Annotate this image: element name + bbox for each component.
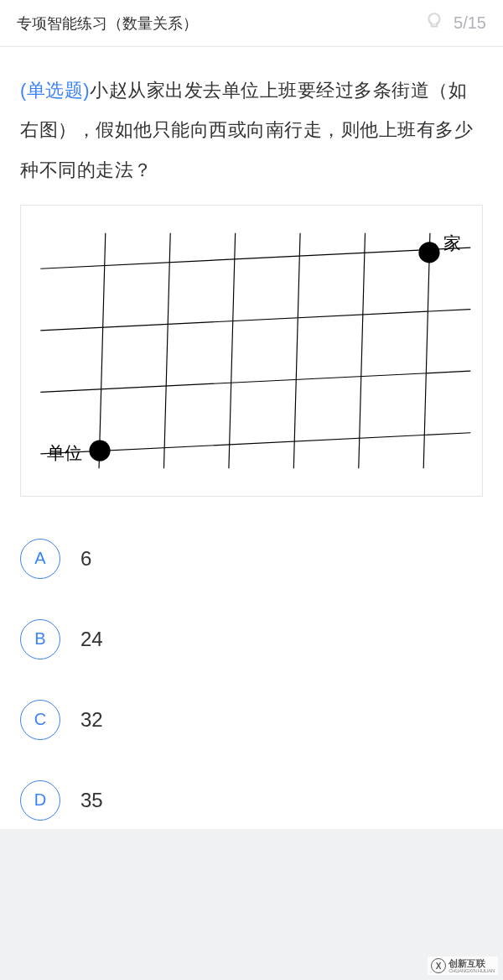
progress-counter: 5/15 (454, 13, 486, 33)
question-content: (单选题)小赵从家出发去单位上班要经过多条街道（如右图），假如他只能向西或向南行… (0, 47, 503, 513)
option-text: 24 (80, 628, 103, 651)
watermark-cn: 创新互联 (449, 959, 495, 968)
work-point (89, 440, 110, 461)
option-c[interactable]: C 32 (20, 700, 483, 740)
svg-line-5 (163, 233, 170, 469)
option-letter: C (20, 700, 60, 740)
option-letter: D (20, 780, 60, 821)
svg-line-9 (423, 233, 430, 469)
work-label: 单位 (47, 443, 82, 463)
svg-line-2 (40, 371, 470, 392)
options-list: A 6 B 24 C 32 D 35 (0, 513, 503, 829)
header-right-group: 5/15 (423, 11, 486, 36)
option-letter: A (20, 539, 60, 579)
hint-icon[interactable] (423, 11, 445, 36)
svg-line-7 (293, 233, 300, 469)
svg-line-4 (99, 233, 106, 469)
option-text: 35 (80, 789, 103, 812)
question-text: (单选题)小赵从家出发去单位上班要经过多条街道（如右图），假如他只能向西或向南行… (20, 70, 483, 190)
option-text: 6 (80, 547, 91, 571)
question-type-label: (单选题) (20, 80, 90, 101)
diagram-container: 家 单位 (20, 205, 483, 497)
option-a[interactable]: A 6 (20, 539, 483, 579)
street-grid-diagram: 家 单位 (24, 221, 479, 481)
watermark: X 创新互联 CHUANGXIN HULIAN (428, 957, 498, 975)
home-point (418, 242, 439, 263)
option-d[interactable]: D 35 (20, 780, 483, 821)
option-letter: B (20, 619, 60, 659)
svg-line-6 (229, 233, 236, 469)
watermark-text: 创新互联 CHUANGXIN HULIAN (449, 959, 495, 973)
svg-line-8 (359, 233, 366, 469)
option-text: 32 (80, 708, 103, 732)
watermark-en: CHUANGXIN HULIAN (449, 968, 495, 973)
page-title: 专项智能练习（数量关系） (17, 13, 198, 34)
watermark-logo-icon: X (431, 958, 446, 973)
app-header: 专项智能练习（数量关系） 5/15 (0, 0, 503, 47)
svg-line-1 (40, 310, 470, 331)
option-b[interactable]: B 24 (20, 619, 483, 659)
home-label: 家 (443, 233, 461, 253)
